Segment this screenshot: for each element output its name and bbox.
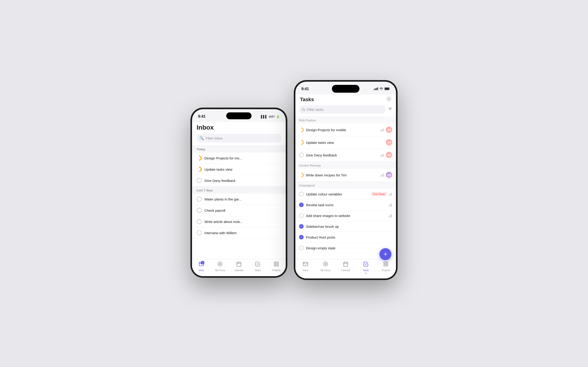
task-check-half <box>197 156 202 161</box>
status-time-front: 9:41 <box>301 87 309 91</box>
task-right <box>389 214 392 217</box>
svg-rect-13 <box>377 87 378 90</box>
nav-item-tasks[interactable]: Tasks <box>248 261 267 272</box>
svg-rect-6 <box>274 262 276 264</box>
due-today-badge: Due Today <box>371 192 387 196</box>
tasks-list: Rick Pastoor Design Projects for mobile … <box>295 116 396 259</box>
svg-rect-12 <box>376 88 377 90</box>
section-today-label: Today <box>197 148 205 151</box>
inbox-bottom-nav: 7 Inbox <box>192 259 286 276</box>
search-icon: 🔍 <box>199 136 204 140</box>
sort-button[interactable] <box>388 107 392 112</box>
svg-rect-19 <box>382 129 382 131</box>
svg-rect-32 <box>391 203 392 206</box>
chart-icon <box>389 203 392 207</box>
task-check-empty <box>197 219 202 224</box>
settings-icon[interactable] <box>386 96 391 103</box>
list-item[interactable]: Write down recipes for Tim GR <box>295 169 396 181</box>
section-unassigned: Unassigned <box>295 181 396 189</box>
phone-back-screen: 9:41 ▌▌▌ WiFi 🔋 Inbox 🔍 Filter inbox <box>192 109 286 276</box>
projects-nav-icon <box>274 261 279 268</box>
avatar: GR <box>386 172 392 178</box>
list-item[interactable]: Design Projects for mo... <box>192 152 286 164</box>
nav-label-calendar-front: Calendar <box>341 269 351 272</box>
plus-icon: + <box>384 250 387 258</box>
task-text: Give Dany feedback <box>204 179 281 183</box>
nav-item-calendar[interactable]: Calendar <box>229 261 248 272</box>
inbox-nav-icon-front <box>303 261 308 268</box>
list-item[interactable]: Update colour variables Due Today <box>295 189 396 200</box>
nav-item-inbox-front[interactable]: Inbox <box>295 261 316 274</box>
svg-rect-42 <box>384 262 385 264</box>
svg-rect-8 <box>274 265 276 266</box>
task-right: RP <box>380 127 392 133</box>
task-right: Due Today <box>371 192 392 196</box>
search-icon-tasks <box>302 108 305 111</box>
list-item[interactable]: ✓ Product Hunt posts <box>295 232 396 243</box>
list-item[interactable]: Water plants in the gar... <box>192 194 286 205</box>
list-item[interactable]: Interview with Willem <box>192 227 286 239</box>
avatar: RP <box>386 152 392 158</box>
tasks-title: Tasks <box>300 97 314 102</box>
list-item[interactable]: Write article about mob... <box>192 216 286 227</box>
nav-item-myfocus-front[interactable]: My Focus <box>316 261 336 274</box>
task-right: RP <box>380 152 392 158</box>
svg-rect-21 <box>380 155 381 157</box>
svg-rect-45 <box>386 265 388 266</box>
svg-rect-34 <box>390 215 391 217</box>
nav-item-calendar-front[interactable]: Calendar <box>336 261 356 274</box>
list-item[interactable]: Give Dany feedback RP <box>295 149 396 161</box>
task-check-empty <box>197 208 202 213</box>
calendar-nav-icon-front <box>343 261 348 268</box>
list-item[interactable]: Add share images to website <box>295 210 396 221</box>
signal-icon-front <box>374 87 378 91</box>
list-item[interactable]: ✓ Review task icons <box>295 200 396 210</box>
nav-label-myfocus-front: My Focus <box>321 269 330 272</box>
nav-item-myfocus[interactable]: My Focus <box>211 261 230 272</box>
task-right <box>389 203 392 207</box>
task-text: Update tasks view <box>306 141 384 144</box>
svg-rect-38 <box>344 262 348 266</box>
nav-item-projects-front[interactable]: Projects <box>376 261 396 274</box>
nav-label-projects-front: Projects <box>382 269 390 272</box>
svg-rect-29 <box>391 193 392 196</box>
inbox-search-bar[interactable]: 🔍 Filter inbox <box>197 134 281 142</box>
task-text: Give Dany feedback <box>306 153 378 157</box>
list-item[interactable]: Give Dany feedback <box>192 175 286 186</box>
svg-rect-44 <box>384 265 385 266</box>
list-item[interactable]: Check payroll <box>192 205 286 216</box>
list-item[interactable]: Update tasks view RP <box>295 136 396 149</box>
task-check-half-orange <box>299 127 304 132</box>
list-item[interactable]: ✓ Sidebar/nav brush up <box>295 221 396 232</box>
list-item[interactable]: Update tasks view <box>192 164 286 175</box>
phone-front: 9:41 <box>294 80 397 280</box>
nav-item-tasks-front[interactable]: Tasks <box>356 261 376 274</box>
task-right: RP <box>386 139 392 146</box>
task-text: Design empty state <box>306 246 392 250</box>
add-task-button[interactable]: + <box>380 248 391 260</box>
chart-icon <box>380 173 384 177</box>
dynamic-island-back <box>226 112 251 119</box>
tasks-bottom-nav: Inbox My Focus <box>295 259 396 278</box>
myfocus-nav-icon <box>217 261 223 268</box>
section-rick-label: Rick Pastoor <box>299 119 316 122</box>
myfocus-nav-icon-front <box>323 261 328 268</box>
svg-rect-20 <box>383 128 384 131</box>
nav-item-inbox[interactable]: 7 Inbox <box>192 261 211 272</box>
list-item[interactable]: Design Projects for mobile RP <box>295 124 396 136</box>
task-text: Interview with Willem <box>204 231 281 235</box>
tasks-nav-icon-front <box>363 261 369 268</box>
svg-rect-10 <box>374 89 375 90</box>
task-text: Sidebar/nav brush up <box>306 225 392 228</box>
svg-rect-18 <box>380 130 381 131</box>
svg-rect-35 <box>391 214 392 217</box>
nav-label-myfocus: My Focus <box>215 269 225 272</box>
wifi-icon-front <box>380 87 383 91</box>
tasks-search-row: Filter tasks <box>295 106 396 116</box>
inbox-badge: 7 <box>201 261 204 265</box>
tasks-search-bar[interactable]: Filter tasks <box>299 106 385 114</box>
nav-item-projects[interactable]: Projects <box>267 261 286 272</box>
tasks-nav-icon <box>255 261 260 268</box>
task-text: Check payroll <box>204 209 281 212</box>
svg-rect-33 <box>389 216 389 217</box>
